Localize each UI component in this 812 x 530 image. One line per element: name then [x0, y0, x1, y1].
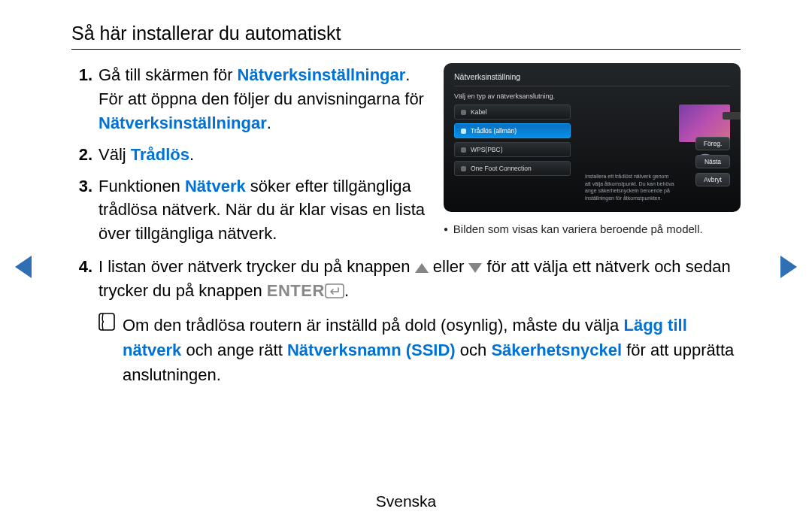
text: .: [344, 281, 349, 300]
page-heading: Så här installerar du automatiskt: [71, 23, 741, 50]
svg-rect-3: [326, 284, 344, 298]
step-3: 3. Funktionen Nätverk söker efter tillgä…: [71, 174, 430, 247]
link-ssid: Nätverksnamn (SSID): [287, 341, 456, 359]
ss-option-cable: Kabel: [454, 104, 571, 120]
svg-marker-0: [15, 256, 32, 278]
ss-title: Nätverksinställning: [454, 72, 730, 81]
text: .: [189, 145, 194, 164]
note: Om den trådlösa routern är inställd på d…: [98, 313, 741, 387]
text: .: [267, 114, 271, 132]
link-network: Nätverk: [185, 177, 246, 195]
ss-help-text: Installera ett trådlöst nätverk genom at…: [585, 173, 675, 201]
ss-option-wps: WPS(PBC): [454, 142, 571, 157]
ss-cancel-button: Avbryt: [695, 173, 730, 186]
svg-marker-1: [780, 256, 797, 278]
text: Välj: [98, 145, 131, 164]
up-arrow-icon: [415, 263, 429, 273]
text: och: [456, 341, 492, 359]
down-arrow-icon: [468, 263, 482, 273]
text: Om den trådlösa routern är inställd på d…: [123, 316, 623, 335]
step-2: 2. Välj Trådlös.: [71, 143, 430, 167]
note-icon: [98, 313, 118, 387]
link-security-key: Säkerhetsnyckel: [491, 341, 622, 359]
text: Gå till skärmen för: [98, 65, 238, 84]
next-page-arrow[interactable]: [780, 256, 797, 278]
link-network-settings: Nätverksinställningar: [98, 114, 267, 132]
ss-option-onefoot: One Foot Connection: [454, 161, 571, 176]
ss-prev-button: Föreg.: [695, 137, 730, 150]
ss-next-button: Nästa: [695, 155, 730, 168]
footer-language: Svenska: [0, 492, 812, 510]
text: och ange rätt: [181, 341, 287, 359]
network-settings-screenshot: Nätverksinställning Välj en typ av nätve…: [444, 63, 741, 212]
link-network-settings: Nätverksinställningar: [238, 65, 406, 84]
text: I listan över nätverk trycker du på knap…: [98, 257, 415, 276]
svg-rect-4: [99, 313, 114, 330]
enter-key-label: ENTER: [267, 281, 325, 300]
screenshot-caption: Bilden som visas kan variera beroende på…: [444, 223, 741, 235]
ss-option-wireless: Trådlös (allmän): [454, 123, 571, 138]
ss-prompt: Välj en typ av nätverksanslutning.: [454, 92, 730, 100]
text: Funktionen: [98, 177, 185, 195]
prev-page-arrow[interactable]: [15, 256, 32, 278]
link-wireless: Trådlös: [131, 145, 189, 164]
step-4: 4. I listan över nätverk trycker du på k…: [71, 255, 741, 305]
text: eller: [429, 257, 469, 276]
step-1: 1. Gå till skärmen för Nätverksinställni…: [71, 63, 430, 135]
enter-key-icon: [325, 281, 344, 305]
